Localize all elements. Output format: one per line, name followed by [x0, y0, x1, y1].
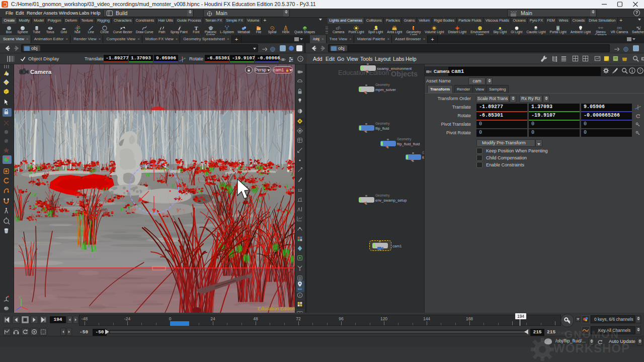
svg-text:?: ? [299, 57, 301, 61]
svg-text:?: ? [639, 68, 641, 73]
svg-text:Education Edition: Education Edition [258, 306, 295, 311]
svg-text:12: 12 [298, 188, 302, 193]
svg-text:y: y [19, 295, 21, 298]
